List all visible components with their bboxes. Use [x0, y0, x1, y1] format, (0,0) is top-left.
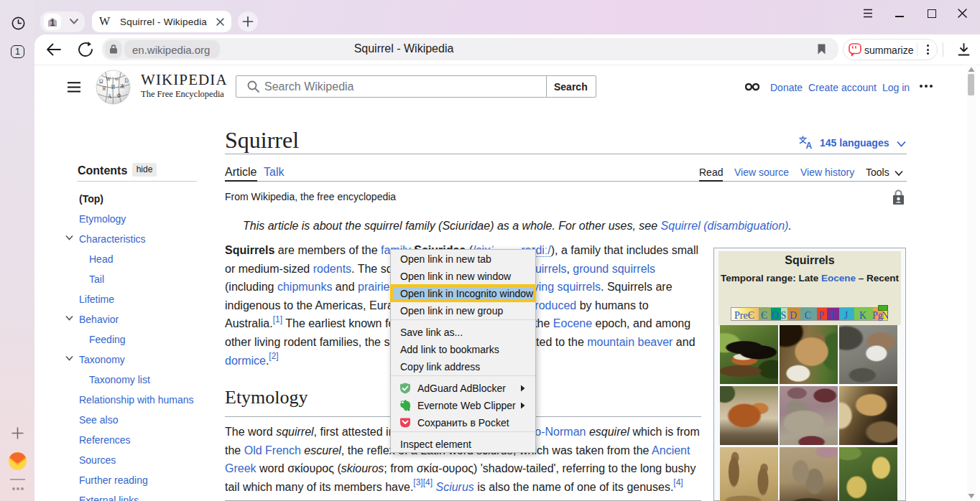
svg-text:A: A [806, 141, 813, 149]
svg-text:1: 1 [50, 18, 55, 28]
svg-text:ω: ω [115, 75, 119, 82]
svg-text:Ф: Ф [116, 93, 121, 99]
svg-text:A: A [108, 93, 112, 100]
svg-text:Ω: Ω [99, 78, 103, 85]
svg-text:И: И [111, 84, 116, 90]
svg-text:W: W [106, 76, 111, 83]
svg-text:Ж: Ж [120, 83, 125, 90]
svg-text:D: D [124, 78, 129, 84]
svg-text:Я: Я [102, 85, 106, 92]
